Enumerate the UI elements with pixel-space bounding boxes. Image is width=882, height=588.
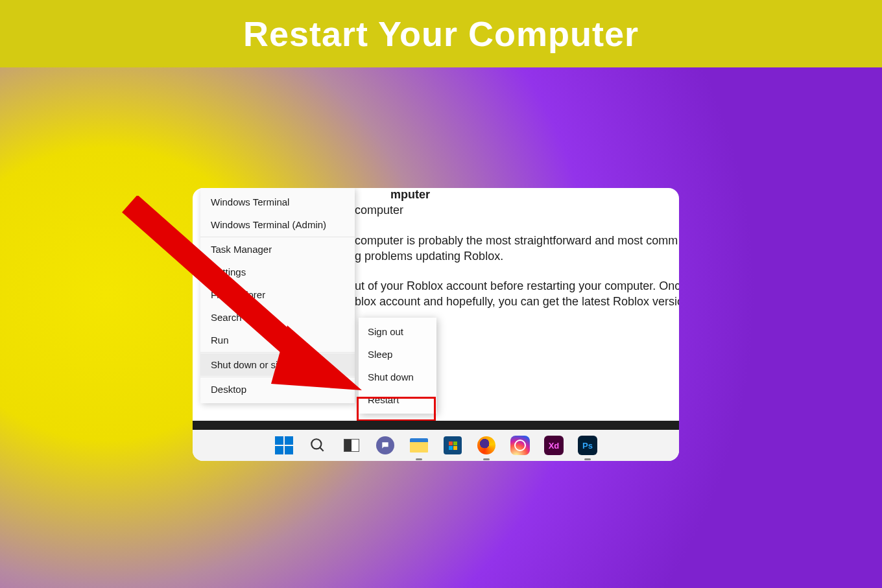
adobe-xd-button[interactable]: Xd xyxy=(544,436,564,455)
firefox-icon xyxy=(477,436,495,454)
adobe-photoshop-button[interactable]: Ps xyxy=(578,436,597,455)
instagram-icon xyxy=(510,436,530,455)
start-button[interactable] xyxy=(274,436,294,455)
bg-para: computer is probably the most straightfo… xyxy=(355,233,679,248)
taskbar: Xd Ps xyxy=(193,430,679,461)
svg-line-1 xyxy=(320,447,323,451)
ps-icon: Ps xyxy=(578,436,597,455)
menu-item-shutdown-signout[interactable]: Shut down or sign out xyxy=(200,353,355,376)
menu-item-file-explorer[interactable]: File Explorer xyxy=(200,283,355,306)
menu-item-run[interactable]: Run xyxy=(200,329,355,351)
submenu-item-signout[interactable]: Sign out xyxy=(359,320,436,343)
firefox-button[interactable] xyxy=(477,436,496,455)
file-explorer-button[interactable] xyxy=(409,436,429,455)
bg-para: g problems updating Roblox. xyxy=(355,248,679,264)
menu-item-windows-terminal-admin[interactable]: Windows Terminal (Admin) xyxy=(200,213,355,236)
menu-item-windows-terminal[interactable]: Windows Terminal xyxy=(200,191,355,213)
chat-icon xyxy=(376,436,394,454)
power-submenu: Sign out Sleep Shut down Restart xyxy=(359,318,436,414)
xd-icon: Xd xyxy=(544,436,564,455)
taskview-icon xyxy=(344,439,359,452)
taskview-button[interactable] xyxy=(342,436,361,455)
menu-separator xyxy=(200,377,355,377)
instagram-button[interactable] xyxy=(510,436,530,455)
background-article-text: mputer computer computer is probably the… xyxy=(355,188,679,310)
header-banner: Restart Your Computer xyxy=(0,0,882,67)
search-button[interactable] xyxy=(308,436,328,455)
search-icon xyxy=(309,437,326,454)
teams-chat-button[interactable] xyxy=(375,436,395,455)
menu-item-search[interactable]: Search xyxy=(200,306,355,329)
windows-logo-icon xyxy=(275,436,293,454)
menu-item-task-manager[interactable]: Task Manager xyxy=(200,238,355,261)
submenu-item-shutdown[interactable]: Shut down xyxy=(359,366,436,388)
svg-point-0 xyxy=(311,439,321,449)
screenshot-window: mputer computer computer is probably the… xyxy=(193,188,679,461)
menu-separator xyxy=(200,237,355,237)
winx-context-menu: Windows Terminal Windows Terminal (Admin… xyxy=(200,188,355,403)
taskbar-border xyxy=(193,421,679,430)
page-title: Restart Your Computer xyxy=(243,14,639,54)
microsoft-store-button[interactable] xyxy=(443,436,462,455)
bg-frag: computer xyxy=(355,202,679,218)
store-icon xyxy=(444,436,462,454)
menu-item-desktop[interactable]: Desktop xyxy=(200,378,355,401)
bg-para: ut of your Roblox account before restart… xyxy=(355,278,679,294)
folder-icon xyxy=(410,438,428,453)
bg-frag: mputer xyxy=(390,188,679,202)
bg-para: blox account and hopefully, you can get … xyxy=(355,294,679,309)
menu-separator xyxy=(200,352,355,353)
menu-item-settings[interactable]: Settings xyxy=(200,261,355,283)
submenu-item-restart[interactable]: Restart xyxy=(359,388,436,411)
submenu-item-sleep[interactable]: Sleep xyxy=(359,343,436,366)
